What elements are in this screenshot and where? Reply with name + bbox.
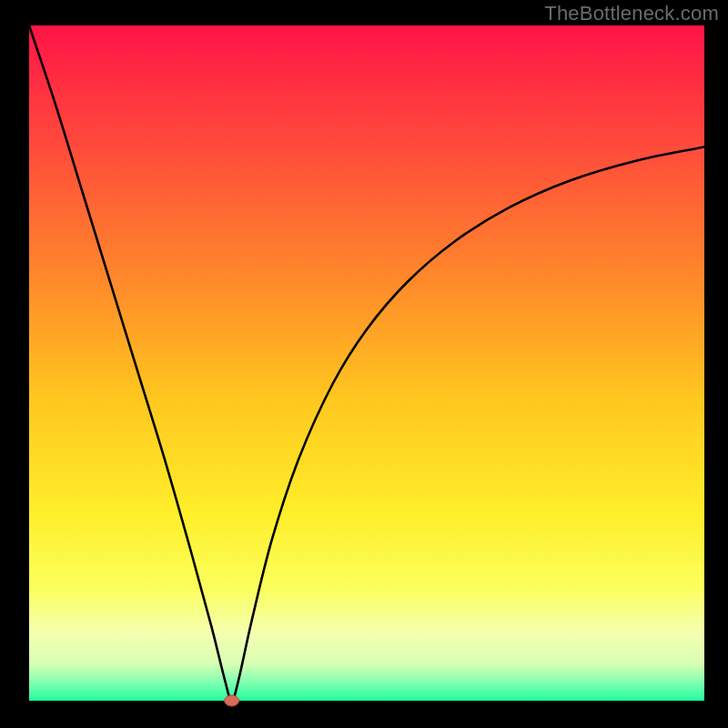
plot-background [29, 25, 704, 701]
bottleneck-chart [0, 0, 728, 728]
watermark-text: TheBottleneck.com [544, 2, 719, 25]
chart-frame: TheBottleneck.com [0, 0, 728, 728]
optimal-marker [225, 695, 239, 706]
